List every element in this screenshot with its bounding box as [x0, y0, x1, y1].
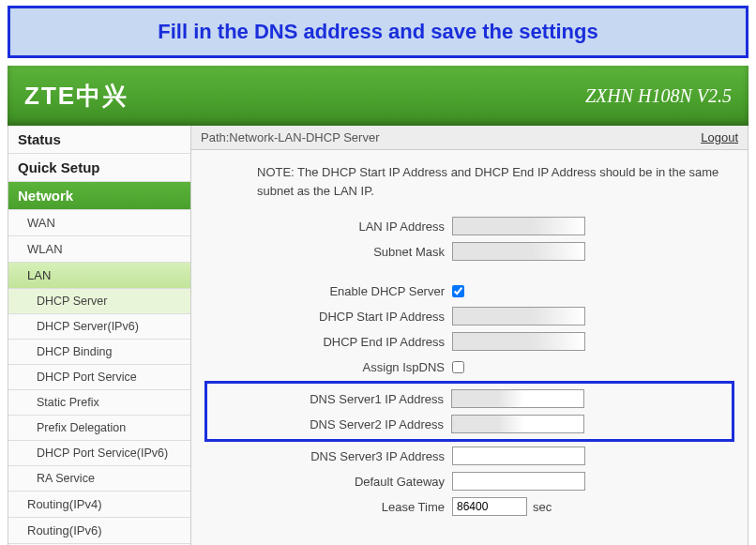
sidebar-item-wan[interactable]: WAN	[8, 210, 190, 236]
sidebar-item-dhcp-server[interactable]: DHCP Server	[8, 289, 190, 314]
dns3-input[interactable]	[452, 447, 585, 465]
sidebar-item-network[interactable]: Network	[8, 182, 190, 210]
sidebar-item-prefix-delegation[interactable]: Prefix Delegation	[8, 416, 190, 441]
assign-ispdns-checkbox[interactable]	[452, 361, 464, 373]
dns1-label: DNS Server1 IP Address	[207, 392, 451, 406]
sidebar-item-wlan[interactable]: WLAN	[8, 236, 190, 263]
path-label: Path:	[201, 130, 229, 144]
sidebar-item-static-prefix[interactable]: Static Prefix	[8, 390, 190, 416]
dhcp-end-label: DHCP End IP Address	[208, 335, 452, 349]
sidebar: Status Quick Setup Network WAN WLAN LAN …	[8, 126, 191, 545]
logout-link[interactable]: Logout	[701, 130, 738, 144]
lease-input[interactable]	[452, 497, 527, 516]
instruction-banner: Fill in the DNS address and save the set…	[8, 6, 748, 58]
dns1-input[interactable]	[451, 389, 584, 408]
sidebar-item-dhcp-binding[interactable]: DHCP Binding	[8, 340, 190, 365]
subnet-label: Subnet Mask	[208, 245, 452, 259]
dhcp-start-input[interactable]	[452, 307, 585, 325]
dns-highlight-box: DNS Server1 IP Address DNS Server2 IP Ad…	[204, 381, 734, 442]
lan-ip-label: LAN IP Address	[208, 220, 452, 234]
sidebar-item-routing-ipv4[interactable]: Routing(IPv4)	[8, 492, 190, 518]
gateway-label: Default Gateway	[208, 475, 452, 489]
sidebar-item-lan[interactable]: LAN	[8, 263, 190, 289]
path-value: Network-LAN-DHCP Server	[229, 130, 379, 144]
router-header: ZTE中兴 ZXHN H108N V2.5	[8, 66, 748, 126]
lan-ip-input[interactable]	[452, 217, 585, 235]
sidebar-item-dhcp-server-ipv6[interactable]: DHCP Server(IPv6)	[8, 314, 190, 340]
dns2-input[interactable]	[451, 415, 584, 433]
dhcp-start-label: DHCP Start IP Address	[208, 310, 452, 324]
brand-logo: ZTE中兴	[24, 80, 129, 113]
assign-ispdns-label: Assign IspDNS	[208, 360, 452, 374]
main-panel: Path:Network-LAN-DHCP Server Logout NOTE…	[191, 126, 748, 545]
dns2-label: DNS Server2 IP Address	[207, 417, 451, 431]
note-text: NOTE: The DHCP Start IP Address and DHCP…	[191, 150, 748, 209]
sidebar-item-dhcp-port-service-ipv6[interactable]: DHCP Port Service(IPv6)	[8, 441, 190, 466]
gateway-input[interactable]	[452, 472, 585, 491]
subnet-input[interactable]	[452, 242, 585, 261]
lease-label: Lease Time	[208, 500, 452, 514]
breadcrumb: Path:Network-LAN-DHCP Server Logout	[191, 126, 748, 150]
sidebar-item-status[interactable]: Status	[8, 126, 190, 154]
dhcp-end-input[interactable]	[452, 332, 585, 351]
dns3-label: DNS Server3 IP Address	[208, 449, 452, 463]
enable-dhcp-checkbox[interactable]	[452, 285, 464, 297]
sidebar-item-quick-setup[interactable]: Quick Setup	[8, 154, 190, 182]
sidebar-item-routing-ipv6[interactable]: Routing(IPv6)	[8, 518, 190, 544]
model-label: ZXHN H108N V2.5	[585, 85, 732, 107]
lease-suffix: sec	[533, 500, 552, 514]
enable-dhcp-label: Enable DHCP Server	[208, 284, 452, 298]
sidebar-item-ra-service[interactable]: RA Service	[8, 466, 190, 492]
sidebar-item-dhcp-port-service[interactable]: DHCP Port Service	[8, 365, 190, 390]
